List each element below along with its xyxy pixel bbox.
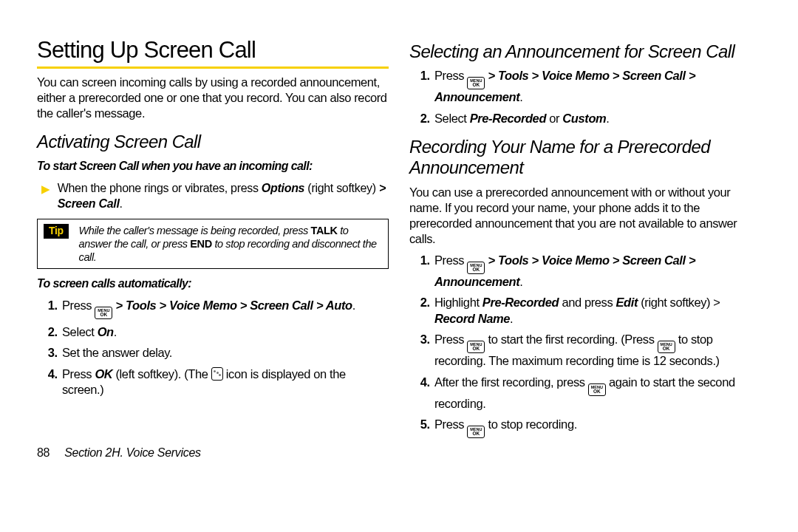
subheading-activating: Activating Screen Call: [37, 132, 389, 152]
text: Press: [434, 332, 467, 346]
menu-ok-key-icon: MENUOK: [95, 307, 112, 319]
section-label: Section 2H. Voice Services: [64, 446, 201, 459]
manual-page: Setting Up Screen Call You can screen in…: [0, 0, 798, 480]
page-number: 88: [37, 446, 50, 459]
custom-label: Custom: [562, 112, 606, 125]
prerecorded-label: Pre-Recorded: [470, 112, 546, 125]
on-label: On: [98, 325, 114, 338]
menu-ok-key-icon: MENUOK: [658, 341, 675, 353]
tip-badge: Tip: [44, 224, 69, 239]
steps-record-name: Press MENUOK > Tools > Voice Memo > Scre…: [409, 253, 761, 438]
text: (right softkey) >: [638, 296, 720, 309]
edit-label: Edit: [615, 296, 638, 309]
text: (left softkey). (The: [112, 367, 211, 381]
intro-paragraph: You can screen incoming calls by using a…: [37, 75, 389, 121]
tip-text: While the caller's message is being reco…: [79, 224, 382, 264]
step-4: Press OK (left softkey). (The icon is di…: [61, 366, 389, 398]
step-3: Set the answer delay.: [61, 345, 389, 361]
procedure-lead: To start Screen Call when you have an in…: [37, 159, 389, 174]
text: Press: [434, 417, 467, 431]
bullet-text: When the phone rings or vibrates, press …: [58, 181, 389, 211]
text: Select: [434, 112, 470, 125]
menu-ok-key-icon: MENUOK: [467, 262, 485, 274]
step-2: Select Pre-Recorded or Custom.: [433, 111, 761, 126]
two-column-layout: Setting Up Screen Call You can screen in…: [37, 37, 761, 466]
ok-label: OK: [95, 367, 112, 381]
step-3: Press MENUOK to start the first recordin…: [433, 332, 761, 369]
text: and press: [559, 296, 615, 309]
subheading-selecting: Selecting an Announcement for Screen Cal…: [409, 41, 761, 62]
screen-call-status-icon: [211, 367, 223, 381]
steps-select-announcement: Press MENUOK > Tools > Voice Memo > Scre…: [409, 68, 761, 126]
step-2: Highlight Pre-Recorded and press Edit (r…: [433, 295, 761, 327]
text: Highlight: [434, 296, 482, 309]
procedure-lead-2: To screen calls automatically:: [37, 276, 389, 291]
menu-ok-key-icon: MENUOK: [588, 383, 606, 396]
text: While the caller's message is being reco…: [79, 225, 311, 236]
text: to start the first recording. (Press: [485, 332, 657, 346]
menu-ok-key-icon: MENUOK: [467, 341, 485, 353]
page-footer: 88Section 2H. Voice Services: [37, 446, 201, 460]
screencall-label: Screen Call: [58, 197, 120, 210]
path-sep: >: [379, 182, 386, 194]
recordname-label: Record Name: [434, 312, 510, 325]
subheading-recording: Recording Your Name for a Prerecorded An…: [409, 137, 761, 179]
text: Select: [62, 325, 98, 338]
step-1: Press MENUOK > Tools > Voice Memo > Scre…: [433, 68, 761, 105]
step-2: Select On.: [61, 324, 389, 340]
right-column: Selecting an Announcement for Screen Cal…: [409, 37, 761, 466]
text: Press: [434, 253, 467, 267]
step-1: Press MENUOK > Tools > Voice Memo > Scre…: [433, 253, 761, 290]
menu-path: > Tools > Voice Memo > Screen Call > Aut…: [112, 299, 352, 312]
left-column: Setting Up Screen Call You can screen in…: [37, 37, 389, 466]
text: When the phone rings or vibrates, press: [58, 182, 262, 194]
options-label: Options: [262, 182, 304, 194]
prerecorded-label: Pre-Recorded: [482, 296, 559, 309]
text: After the first recording, press: [434, 375, 588, 389]
step-4: After the first recording, press MENUOK …: [433, 375, 761, 412]
text: Press: [62, 367, 95, 381]
text: to stop recording.: [485, 417, 576, 431]
text: Press: [62, 299, 95, 312]
end-key: END: [190, 238, 211, 250]
steps-auto: Press MENUOK > Tools > Voice Memo > Scre…: [37, 298, 389, 398]
text: Press: [434, 69, 467, 82]
bullet-step: ▶ When the phone rings or vibrates, pres…: [41, 181, 389, 211]
text: (right softkey): [304, 182, 379, 194]
step-1: Press MENUOK > Tools > Voice Memo > Scre…: [61, 298, 389, 319]
tip-box: Tip While the caller's message is being …: [37, 219, 389, 269]
text: or: [546, 112, 562, 125]
menu-ok-key-icon: MENUOK: [467, 426, 485, 438]
talk-key: TALK: [311, 225, 338, 236]
intro-paragraph: You can use a prerecorded announcement w…: [409, 185, 761, 247]
triangle-bullet-icon: ▶: [41, 181, 50, 197]
page-heading: Setting Up Screen Call: [37, 37, 389, 69]
step-5: Press MENUOK to stop recording.: [433, 417, 761, 438]
menu-ok-key-icon: MENUOK: [467, 77, 485, 89]
